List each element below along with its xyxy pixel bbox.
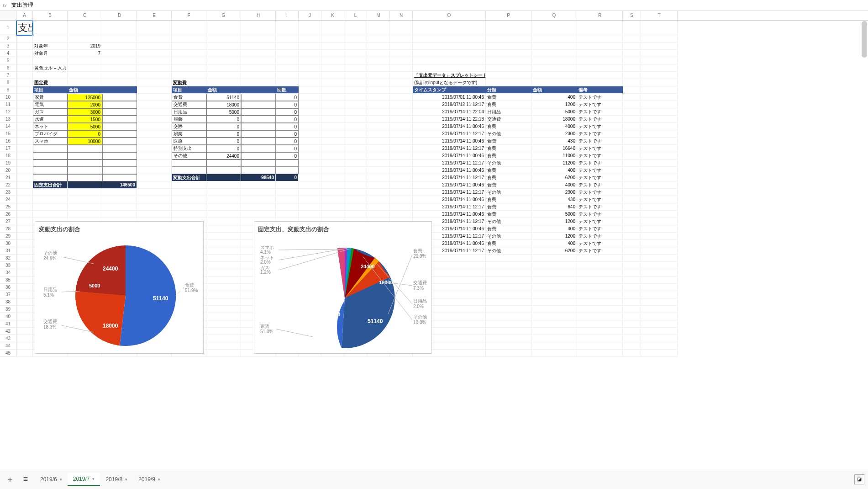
cell-Q30[interactable]: 400 [531,240,577,247]
cell-M26[interactable] [367,211,390,218]
cell-L24[interactable] [344,196,367,203]
cell-C18[interactable] [68,152,102,159]
cell-I1[interactable] [276,21,299,35]
cell-P4[interactable] [486,50,531,57]
cell-G43[interactable] [206,335,241,342]
cell-A33[interactable] [16,262,33,269]
cell-E11[interactable] [137,101,172,108]
cell-O21[interactable]: 2019/07/14 11:12:17 [413,174,486,181]
cell-C11[interactable]: 2000 [68,101,102,108]
cell-C17[interactable] [68,145,102,152]
cell-O9[interactable]: タイムスタンプ [413,86,486,94]
row-header-43[interactable]: 43 [0,335,16,342]
cell-K24[interactable] [321,196,344,203]
cell-A21[interactable] [16,174,33,181]
cell-N1[interactable] [390,21,413,35]
cell-P3[interactable] [486,43,531,50]
cell-K11[interactable] [321,101,344,108]
cell-Q4[interactable] [531,50,577,57]
cell-K23[interactable] [321,189,344,196]
cell-S11[interactable] [623,101,641,108]
cell-A30[interactable] [16,240,33,247]
col-header-B[interactable]: B [33,11,68,20]
cell-R11[interactable]: テストです [577,101,623,108]
explore-button[interactable]: ◪ [854,474,864,484]
cell-P41[interactable] [486,320,531,328]
cell-M21[interactable] [367,174,390,181]
cell-J5[interactable] [299,57,321,64]
cell-L13[interactable] [344,116,367,123]
cell-O14[interactable]: 2019/07/14 11:00:46 [413,123,486,130]
cell-C23[interactable] [68,189,102,196]
cell-I25[interactable] [276,203,299,211]
cell-F14[interactable]: 交際 [172,123,206,130]
cell-R27[interactable]: テストです [577,218,623,225]
cell-Q34[interactable] [531,269,577,276]
cell-N19[interactable] [390,159,413,167]
cell-T19[interactable] [641,159,678,167]
cell-S18[interactable] [623,152,641,159]
cell-S15[interactable] [623,130,641,138]
cell-M5[interactable] [367,57,390,64]
cell-N3[interactable] [390,43,413,50]
cell-B14[interactable]: ネット [33,123,68,130]
cell-S24[interactable] [623,196,641,203]
row-header-25[interactable]: 25 [0,203,16,211]
cell-S35[interactable] [623,276,641,284]
cell-L16[interactable] [344,138,367,145]
cell-C5[interactable] [68,57,102,64]
cell-O6[interactable] [413,64,486,72]
cell-N26[interactable] [390,211,413,218]
cell-P9[interactable]: 分類 [486,86,531,94]
cell-M11[interactable] [367,101,390,108]
cell-A23[interactable] [16,189,33,196]
cell-D19[interactable] [102,159,137,167]
cell-Q12[interactable]: 5000 [531,108,577,116]
cell-A39[interactable] [16,306,33,313]
cell-E20[interactable] [137,167,172,174]
chart-variable-expenses[interactable]: 変動支出の割合 51140 18000 5000 24400 食費51.9% 交… [35,221,204,354]
cell-J16[interactable] [299,138,321,145]
cell-P27[interactable]: その他 [486,218,531,225]
cell-D12[interactable] [102,108,137,116]
cell-Q39[interactable] [531,306,577,313]
row-header-36[interactable]: 36 [0,284,16,291]
cell-R25[interactable]: テストです [577,203,623,211]
cell-E17[interactable] [137,145,172,152]
cell-F4[interactable] [172,50,206,57]
cell-M10[interactable] [367,94,390,101]
cell-H26[interactable] [241,211,276,218]
cell-I4[interactable] [276,50,299,57]
cell-L6[interactable] [344,64,367,72]
cell-S13[interactable] [623,116,641,123]
cell-R16[interactable]: テストです [577,138,623,145]
cell-L7[interactable] [344,72,367,79]
cell-F12[interactable]: 日用品 [172,108,206,116]
cell-P11[interactable]: 食費 [486,101,531,108]
cell-P25[interactable]: 食費 [486,203,531,211]
cell-D24[interactable] [102,196,137,203]
caret-down-icon[interactable]: ▾ [60,477,62,482]
cell-G34[interactable] [206,269,241,276]
cell-I24[interactable] [276,196,299,203]
cell-E21[interactable] [137,174,172,181]
cell-Q16[interactable]: 430 [531,138,577,145]
cell-M23[interactable] [367,189,390,196]
cell-P30[interactable]: 食費 [486,240,531,247]
row-header-4[interactable]: 4 [0,50,16,57]
cell-A15[interactable] [16,130,33,138]
cell-S14[interactable] [623,123,641,130]
cell-C3[interactable]: 2019 [68,43,102,50]
cell-Q1[interactable] [531,21,577,35]
cell-I15[interactable]: 0 [276,130,299,138]
cell-E3[interactable] [137,43,172,50]
cell-M8[interactable] [367,79,390,86]
cell-J22[interactable] [299,181,321,189]
cell-I26[interactable] [276,211,299,218]
vertical-scrollbar[interactable] [862,21,867,464]
cell-B16[interactable]: スマホ [33,138,68,145]
cell-L15[interactable] [344,130,367,138]
cell-G44[interactable] [206,342,241,350]
formula-input[interactable] [11,2,868,9]
cell-T18[interactable] [641,152,678,159]
